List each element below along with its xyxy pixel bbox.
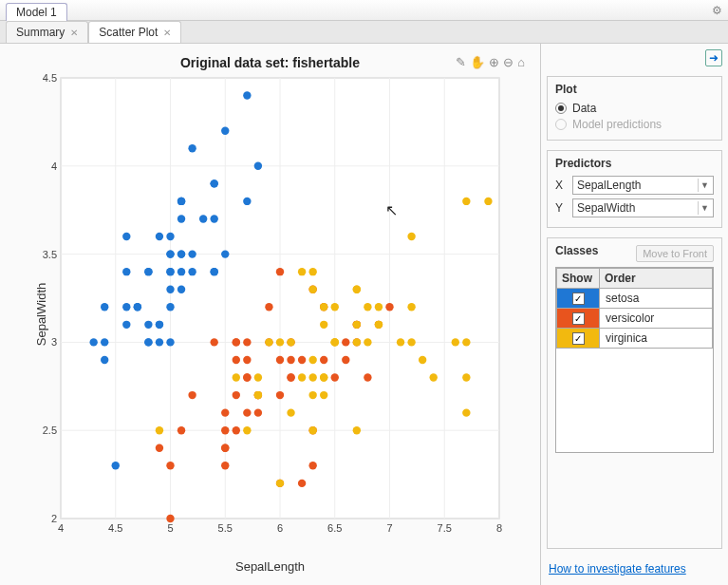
classes-panel: Classes Move to Front Show Order ✓setosa… [547, 237, 722, 549]
svg-text:2.5: 2.5 [43, 425, 57, 436]
class-row[interactable]: ✓virginica [557, 329, 713, 349]
svg-point-66 [166, 303, 174, 311]
checkbox[interactable]: ✓ [572, 292, 585, 305]
tab-label: Summary [16, 26, 65, 39]
svg-point-166 [462, 338, 470, 346]
svg-point-49 [243, 198, 251, 205]
chevron-down-icon: ▼ [698, 179, 711, 192]
svg-point-127 [243, 356, 251, 364]
svg-point-60 [134, 303, 141, 311]
side-panel: ➜ Plot Data Model predictions Predictors… [540, 44, 728, 585]
svg-point-100 [233, 426, 240, 434]
svg-point-90 [188, 391, 196, 399]
svg-point-41 [211, 215, 218, 222]
svg-point-57 [166, 268, 174, 275]
svg-point-175 [353, 286, 361, 293]
svg-point-79 [199, 215, 207, 222]
svg-point-141 [331, 303, 339, 311]
svg-point-142 [320, 391, 327, 399]
svg-point-168 [320, 321, 327, 329]
svg-point-126 [243, 338, 251, 346]
side-top: ➜ [547, 49, 722, 66]
svg-point-37 [122, 268, 130, 275]
svg-point-157 [298, 373, 306, 381]
svg-point-34 [122, 321, 130, 329]
svg-point-149 [462, 408, 470, 416]
home-icon[interactable]: ⌂ [517, 55, 525, 69]
svg-text:4.5: 4.5 [43, 72, 57, 84]
document-tab-bar: Summary ✕ Scatter Plot ✕ [0, 21, 728, 44]
svg-point-134 [308, 356, 316, 364]
svg-point-131 [308, 286, 316, 293]
svg-point-133 [397, 338, 404, 346]
close-icon[interactable]: ✕ [163, 28, 171, 38]
plot-options-panel: Plot Data Model predictions [547, 76, 722, 141]
class-swatch: ✓ [557, 309, 599, 328]
svg-point-72 [112, 462, 120, 469]
svg-point-67 [221, 250, 229, 257]
checkbox[interactable]: ✓ [572, 312, 585, 325]
svg-point-39 [101, 356, 108, 364]
svg-text:4.5: 4.5 [108, 522, 122, 534]
svg-point-44 [89, 338, 97, 346]
how-to-link[interactable]: How to investigate features [547, 558, 722, 579]
zoom-in-icon[interactable]: ⊕ [489, 55, 499, 69]
svg-point-152 [233, 373, 240, 381]
tab-summary[interactable]: Summary ✕ [6, 21, 88, 43]
svg-point-104 [287, 373, 294, 381]
svg-point-112 [221, 444, 229, 452]
y-axis-label: SepalWidth [34, 283, 48, 346]
pan-icon[interactable]: ✋ [470, 55, 485, 69]
x-select[interactable]: SepalLength ▼ [572, 176, 714, 195]
svg-point-76 [144, 338, 152, 346]
svg-point-61 [144, 321, 152, 329]
plot-box: Original data set: fishertable ✎ ✋ ⊕ ⊖ ⌂… [8, 51, 532, 577]
svg-point-62 [211, 268, 218, 275]
chart-title: Original data set: fishertable [180, 55, 360, 70]
svg-point-68 [156, 233, 163, 240]
svg-point-77 [177, 198, 185, 205]
checkbox[interactable]: ✓ [572, 332, 585, 345]
svg-point-154 [308, 391, 316, 399]
scatter-axes[interactable]: 44.555.566.577.5822.533.544.5 [40, 72, 505, 547]
svg-text:6: 6 [277, 522, 283, 534]
plot-heading: Plot [555, 83, 714, 96]
radio-data[interactable]: Data [555, 102, 714, 115]
svg-point-47 [211, 179, 218, 187]
svg-point-69 [101, 338, 108, 346]
class-name: versicolor [600, 309, 713, 329]
svg-point-172 [375, 321, 383, 329]
y-label: Y [555, 201, 567, 215]
export-icon[interactable]: ➜ [705, 49, 722, 66]
x-label: X [555, 179, 567, 192]
plot-panel: Original data set: fishertable ✎ ✋ ⊕ ⊖ ⌂… [0, 44, 540, 585]
predictors-heading: Predictors [555, 157, 714, 170]
class-swatch: ✓ [557, 289, 599, 308]
brush-icon[interactable]: ✎ [456, 55, 466, 69]
svg-point-94 [287, 356, 294, 364]
svg-point-65 [156, 321, 163, 329]
close-icon[interactable]: ✕ [70, 28, 78, 38]
tab-scatter-plot[interactable]: Scatter Plot ✕ [88, 21, 181, 43]
svg-point-153 [462, 373, 470, 381]
svg-point-48 [177, 250, 185, 257]
svg-point-158 [287, 338, 294, 346]
svg-point-164 [308, 373, 316, 381]
svg-point-174 [364, 303, 371, 311]
svg-point-161 [430, 373, 438, 381]
svg-point-107 [364, 373, 371, 381]
class-row[interactable]: ✓setosa [557, 289, 713, 309]
svg-point-118 [308, 462, 316, 469]
chart-title-row: Original data set: fishertable [8, 55, 532, 70]
y-select[interactable]: SepalWidth ▼ [572, 198, 714, 217]
svg-point-171 [353, 321, 361, 329]
class-row[interactable]: ✓versicolor [557, 309, 713, 329]
gear-icon[interactable]: ⚙ [712, 4, 722, 17]
y-predictor-row: Y SepalWidth ▼ [555, 198, 714, 217]
model-tab[interactable]: Model 1 [6, 3, 67, 21]
svg-point-78 [122, 303, 130, 311]
svg-point-128 [298, 356, 306, 364]
class-name: virginica [600, 329, 713, 349]
zoom-out-icon[interactable]: ⊖ [503, 55, 513, 69]
svg-point-163 [320, 373, 327, 381]
